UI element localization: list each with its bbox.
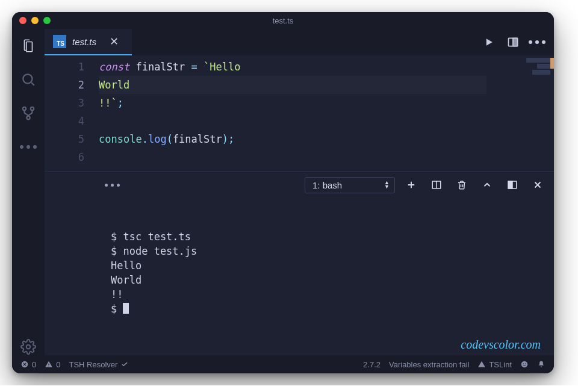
code-line[interactable] [99, 112, 486, 130]
svg-point-1 [23, 107, 26, 110]
run-icon[interactable] [483, 36, 495, 48]
tab-label: test.ts [72, 37, 96, 47]
svg-rect-6 [513, 38, 518, 46]
editor-actions [483, 29, 554, 55]
status-version[interactable]: 2.7.2 [363, 360, 381, 369]
editor-group: TS test.ts ✕ [45, 29, 554, 355]
tslint-label: TSLint [489, 360, 512, 369]
tab-close-icon[interactable]: ✕ [110, 35, 119, 48]
terminal-selector-label: 1: bash [312, 180, 342, 190]
zoom-window-button[interactable] [43, 17, 51, 24]
line-number-gutter: 123456 [45, 58, 99, 166]
svg-point-2 [31, 107, 34, 110]
terminal-line: $ [111, 302, 542, 316]
code-line[interactable]: const finalStr = `Hello [99, 58, 486, 76]
svg-point-0 [23, 74, 32, 83]
svg-point-11 [49, 366, 49, 366]
close-panel-icon[interactable] [532, 179, 543, 190]
panel-toolbar: 1: bash ▲▼ [45, 172, 554, 198]
status-message[interactable]: Variables extraction fail [389, 360, 469, 369]
window-controls [19, 17, 51, 24]
typescript-file-icon: TS [53, 35, 66, 48]
close-window-button[interactable] [19, 17, 26, 24]
line-number: 6 [45, 148, 84, 166]
toggle-panel-icon[interactable] [507, 179, 518, 190]
line-number: 3 [45, 94, 84, 112]
minimap[interactable] [523, 58, 554, 166]
new-terminal-icon[interactable] [406, 179, 417, 190]
watermark-text: codevscolor.com [461, 338, 541, 352]
workspace: TS test.ts ✕ [12, 29, 554, 355]
error-count: 0 [32, 360, 36, 369]
settings-gear-icon[interactable] [20, 338, 37, 355]
kill-terminal-icon[interactable] [456, 179, 467, 190]
svg-point-12 [521, 361, 528, 368]
code-content[interactable]: const finalStr = `HelloWorld!!`;console.… [99, 58, 523, 166]
more-actions-icon[interactable] [531, 36, 543, 48]
titlebar: test.ts [12, 12, 554, 29]
split-terminal-icon[interactable] [431, 179, 442, 190]
tab-bar: TS test.ts ✕ [45, 29, 554, 55]
terminal-line: !! [111, 287, 542, 302]
dropdown-arrows-icon: ▲▼ [384, 181, 390, 189]
split-editor-icon[interactable] [507, 36, 519, 48]
terminal-line: World [111, 273, 542, 287]
svg-point-14 [525, 363, 526, 364]
status-errors[interactable]: 0 [20, 360, 36, 369]
terminal-line: Hello [111, 258, 542, 273]
line-number: 2 [45, 76, 84, 94]
terminal-line: $ node test.js [111, 244, 542, 258]
code-line[interactable]: !!`; [99, 94, 486, 112]
line-number: 4 [45, 112, 84, 130]
svg-point-4 [26, 345, 31, 349]
source-control-icon[interactable] [20, 105, 37, 122]
maximize-panel-icon[interactable] [482, 179, 493, 190]
status-bell-icon[interactable] [537, 360, 545, 369]
svg-point-3 [26, 116, 30, 119]
line-number: 1 [45, 58, 84, 76]
more-views-icon[interactable] [20, 138, 37, 155]
status-tslint[interactable]: TSLint [477, 360, 512, 369]
warning-count: 0 [56, 360, 60, 369]
terminal-line: $ tsc test.ts [111, 229, 542, 244]
code-editor[interactable]: 123456 const finalStr = `HelloWorld!!`;c… [45, 55, 554, 171]
panel-more-icon[interactable] [105, 184, 120, 187]
code-line[interactable]: console.log(finalStr); [99, 130, 486, 148]
svg-point-13 [523, 363, 524, 364]
editor-window: test.ts TS [12, 12, 554, 373]
status-warnings[interactable]: 0 [45, 360, 60, 369]
status-feedback-icon[interactable] [520, 360, 529, 369]
code-line[interactable] [99, 148, 486, 166]
terminal-output[interactable]: $ tsc test.ts$ node test.jsHelloWorld!!$… [45, 198, 554, 355]
resolver-label: TSH Resolver [69, 360, 117, 369]
svg-rect-9 [508, 181, 512, 188]
window-title: test.ts [12, 16, 554, 25]
search-icon[interactable] [20, 71, 37, 88]
status-bar: 0 0 TSH Resolver 2.7.2 Variables extract… [12, 355, 554, 373]
activity-bar [12, 29, 45, 355]
terminal-actions [406, 179, 543, 190]
terminal-panel: 1: bash ▲▼ $ tsc test.ts$ node test.jsHe… [45, 171, 554, 355]
tab-test-ts[interactable]: TS test.ts ✕ [45, 29, 132, 55]
line-number: 5 [45, 130, 84, 148]
explorer-icon[interactable] [20, 37, 37, 54]
terminal-cursor [123, 303, 129, 314]
terminal-selector[interactable]: 1: bash ▲▼ [305, 177, 395, 193]
minimize-window-button[interactable] [31, 17, 39, 24]
status-resolver[interactable]: TSH Resolver [69, 360, 129, 369]
code-line[interactable]: World [99, 76, 486, 94]
